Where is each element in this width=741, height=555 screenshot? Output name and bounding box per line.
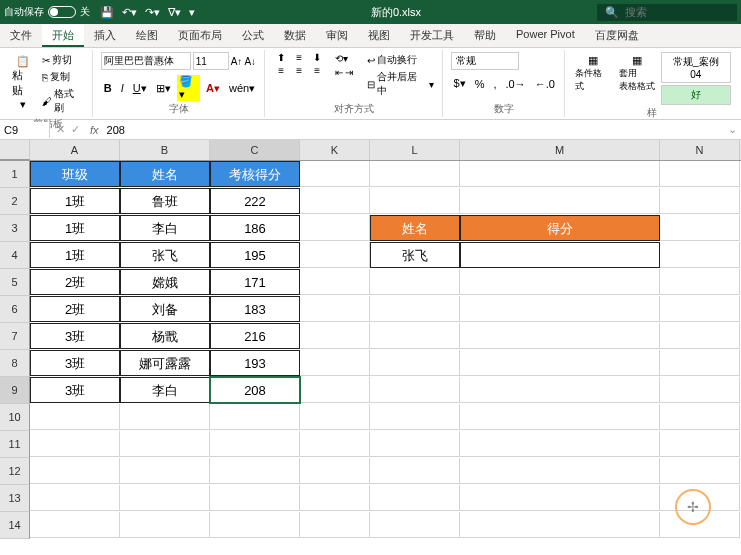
cell-C11[interactable] xyxy=(210,431,300,457)
cell-B12[interactable] xyxy=(120,458,210,484)
cell-L5[interactable] xyxy=(370,269,460,295)
underline-button[interactable]: U▾ xyxy=(130,81,150,96)
row-header-7[interactable]: 7 xyxy=(0,323,30,350)
cell-C6[interactable]: 183 xyxy=(210,296,300,322)
col-header-L[interactable]: L xyxy=(370,140,460,160)
cell-B7[interactable]: 杨戬 xyxy=(120,323,210,349)
cell-C13[interactable] xyxy=(210,485,300,511)
col-header-M[interactable]: M xyxy=(460,140,660,160)
search-box[interactable]: 🔍 xyxy=(597,4,737,21)
row-header-11[interactable]: 11 xyxy=(0,431,30,458)
cell-L9[interactable] xyxy=(370,377,460,403)
cell-L8[interactable] xyxy=(370,350,460,376)
cell-N8[interactable] xyxy=(660,350,740,376)
cell-K12[interactable] xyxy=(300,458,370,484)
cell-B11[interactable] xyxy=(120,431,210,457)
cell-M10[interactable] xyxy=(460,404,660,430)
cell-N9[interactable] xyxy=(660,377,740,403)
col-header-N[interactable]: N xyxy=(660,140,740,160)
accept-formula-icon[interactable]: ✓ xyxy=(71,123,80,136)
cut-button[interactable]: ✂剪切 xyxy=(40,52,86,68)
align-top-icon[interactable]: ⬆ xyxy=(273,52,289,63)
format-painter-button[interactable]: 🖌格式刷 xyxy=(40,86,86,116)
row-header-10[interactable]: 10 xyxy=(0,404,30,431)
cell-C2[interactable]: 222 xyxy=(210,188,300,214)
search-input[interactable] xyxy=(625,6,729,18)
percent-icon[interactable]: % xyxy=(472,77,488,91)
tab-数据[interactable]: 数据 xyxy=(274,24,316,47)
fx-icon[interactable]: fx xyxy=(86,124,103,136)
wrap-text-button[interactable]: ↩自动换行 xyxy=(365,52,435,68)
cell-N2[interactable] xyxy=(660,188,740,214)
cell-K4[interactable] xyxy=(300,242,370,268)
indent-decrease-icon[interactable]: ⇤ xyxy=(335,67,343,78)
row-header-1[interactable]: 1 xyxy=(0,161,30,188)
row-header-2[interactable]: 2 xyxy=(0,188,30,215)
cell-N12[interactable] xyxy=(660,458,740,484)
cell-A6[interactable]: 2班 xyxy=(30,296,120,322)
tab-绘图[interactable]: 绘图 xyxy=(126,24,168,47)
align-bottom-icon[interactable]: ⬇ xyxy=(309,52,325,63)
cell-K5[interactable] xyxy=(300,269,370,295)
cell-N1[interactable] xyxy=(660,161,740,187)
cell-L4[interactable]: 张飞 xyxy=(370,242,460,268)
cell-M5[interactable] xyxy=(460,269,660,295)
cell-A12[interactable] xyxy=(30,458,120,484)
align-middle-icon[interactable]: ≡ xyxy=(291,52,307,63)
select-all-corner[interactable] xyxy=(0,140,30,160)
cell-A4[interactable]: 1班 xyxy=(30,242,120,268)
col-header-B[interactable]: B xyxy=(120,140,210,160)
row-header-5[interactable]: 5 xyxy=(0,269,30,296)
cell-K14[interactable] xyxy=(300,512,370,538)
cell-A13[interactable] xyxy=(30,485,120,511)
cell-C9[interactable]: 208 xyxy=(210,377,300,403)
cell-M14[interactable] xyxy=(460,512,660,538)
tab-插入[interactable]: 插入 xyxy=(84,24,126,47)
row-header-3[interactable]: 3 xyxy=(0,215,30,242)
cell-M6[interactable] xyxy=(460,296,660,322)
phonetic-button[interactable]: wén▾ xyxy=(226,81,258,96)
row-header-13[interactable]: 13 xyxy=(0,485,30,512)
align-right-icon[interactable]: ≡ xyxy=(309,65,325,76)
cell-N5[interactable] xyxy=(660,269,740,295)
increase-font-icon[interactable]: A↑ xyxy=(231,56,243,67)
row-header-12[interactable]: 12 xyxy=(0,458,30,485)
tab-开始[interactable]: 开始 xyxy=(42,24,84,47)
cell-N10[interactable] xyxy=(660,404,740,430)
table-format-button[interactable]: ▦ 套用 表格格式 xyxy=(617,52,657,95)
cell-A7[interactable]: 3班 xyxy=(30,323,120,349)
row-header-6[interactable]: 6 xyxy=(0,296,30,323)
cell-M7[interactable] xyxy=(460,323,660,349)
cell-N6[interactable] xyxy=(660,296,740,322)
cell-A11[interactable] xyxy=(30,431,120,457)
tab-帮助[interactable]: 帮助 xyxy=(464,24,506,47)
tab-审阅[interactable]: 审阅 xyxy=(316,24,358,47)
number-format-select[interactable] xyxy=(451,52,519,70)
cell-B6[interactable]: 刘备 xyxy=(120,296,210,322)
save-icon[interactable]: 💾 xyxy=(100,6,114,19)
cell-K11[interactable] xyxy=(300,431,370,457)
align-left-icon[interactable]: ≡ xyxy=(273,65,289,76)
cell-B5[interactable]: 嫦娥 xyxy=(120,269,210,295)
cell-K6[interactable] xyxy=(300,296,370,322)
tab-页面布局[interactable]: 页面布局 xyxy=(168,24,232,47)
cell-B2[interactable]: 鲁班 xyxy=(120,188,210,214)
cell-A10[interactable] xyxy=(30,404,120,430)
cell-B14[interactable] xyxy=(120,512,210,538)
cell-A9[interactable]: 3班 xyxy=(30,377,120,403)
cell-C1[interactable]: 考核得分 xyxy=(210,161,300,187)
cell-L6[interactable] xyxy=(370,296,460,322)
cell-N11[interactable] xyxy=(660,431,740,457)
decrease-font-icon[interactable]: A↓ xyxy=(244,56,256,67)
cell-L3[interactable]: 姓名 xyxy=(370,215,460,241)
row-header-9[interactable]: 9 xyxy=(0,377,30,404)
cell-C14[interactable] xyxy=(210,512,300,538)
cell-A5[interactable]: 2班 xyxy=(30,269,120,295)
cell-N3[interactable] xyxy=(660,215,740,241)
cell-A8[interactable]: 3班 xyxy=(30,350,120,376)
tab-视图[interactable]: 视图 xyxy=(358,24,400,47)
formula-input[interactable] xyxy=(103,122,724,138)
increase-decimal-icon[interactable]: .0→ xyxy=(503,77,529,91)
cell-C7[interactable]: 216 xyxy=(210,323,300,349)
cell-A14[interactable] xyxy=(30,512,120,538)
